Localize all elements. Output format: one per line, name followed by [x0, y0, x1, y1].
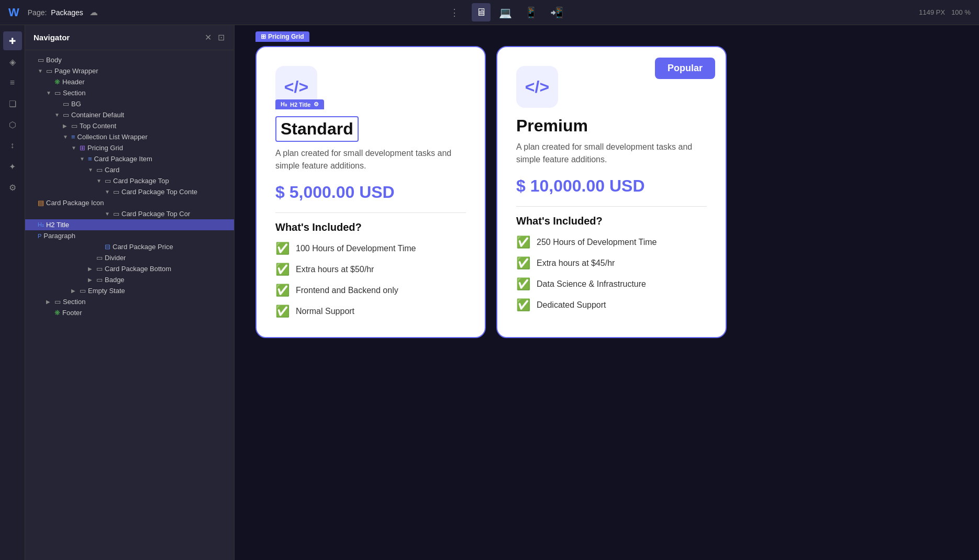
code-icon-standard: </> — [284, 77, 308, 97]
card-price-premium: $ 10,000.00 USD — [516, 176, 707, 196]
popular-badge: Popular — [655, 58, 715, 79]
check-icon: ✅ — [516, 277, 530, 291]
w-logo: W — [8, 6, 19, 19]
tree-label-badge: Badge — [105, 276, 125, 284]
tree-item-body[interactable]: ▭Body — [25, 54, 234, 65]
navigator-title: Navigator — [34, 33, 70, 42]
desktop-device-btn[interactable]: 🖥 — [472, 3, 491, 21]
tree-item-top-content[interactable]: ▭Top Content — [25, 120, 234, 131]
tree-item-h2-title[interactable]: H₂H2 Title — [25, 219, 234, 230]
top-bar-right: 1149 PX 100 % — [910, 8, 979, 16]
navigator-panel: Navigator ✕ ⊡ ▭Body▭Page Wrapper❋Header▭… — [25, 0, 235, 560]
tree-label-pricing-grid: Pricing Grid — [87, 144, 123, 152]
tree-label-card: Card — [105, 166, 119, 174]
tablet-device-btn[interactable]: 📱 — [520, 3, 542, 22]
tree-item-card-package-icon[interactable]: ▤Card Package Icon — [25, 197, 234, 208]
tree-label-empty-state: Empty State — [88, 287, 125, 295]
tree-label-section-2: Section — [63, 298, 85, 306]
cloud-icon: ☁ — [90, 7, 98, 17]
tree-item-card-package-bottom[interactable]: ▭Card Package Bottom — [25, 263, 234, 274]
tree-label-card-package-price: Card Package Price — [113, 243, 173, 251]
check-icon: ✅ — [275, 263, 290, 276]
close-navigator-btn[interactable]: ✕ — [204, 31, 213, 43]
more-options-icon[interactable]: ⋮ — [450, 7, 459, 18]
h2-label: H₂ — [281, 101, 287, 108]
tree-item-card-package-price[interactable]: ⊟Card Package Price — [25, 241, 234, 252]
feature-text: Normal Support — [296, 307, 354, 316]
tree-label-header: Header — [62, 78, 85, 86]
feature-text: 100 Hours of Development Time — [296, 244, 416, 253]
laptop-device-btn[interactable]: 💻 — [495, 3, 516, 22]
assets-btn[interactable]: ↕ — [3, 136, 22, 155]
tree-label-card-package-item: Card Package Item — [94, 155, 152, 163]
tree-item-card-package-item[interactable]: ≡Card Package Item — [25, 153, 234, 164]
check-icon: ✅ — [275, 242, 290, 255]
tree-label-page-wrapper: Page Wrapper — [54, 67, 98, 75]
check-icon: ✅ — [516, 236, 530, 249]
pages-btn[interactable]: ❏ — [3, 94, 22, 113]
tree-item-badge[interactable]: ▭Badge — [25, 274, 234, 285]
check-icon: ✅ — [275, 305, 290, 318]
tree-label-top-content: Top Content — [80, 122, 116, 130]
tree-item-container-default[interactable]: ▭Container Default — [25, 109, 234, 120]
navigator-btn[interactable]: ≡ — [3, 73, 22, 92]
tree-label-card-package-bottom: Card Package Bottom — [105, 265, 171, 273]
cms-btn[interactable]: ⬡ — [3, 115, 22, 134]
zoom-value: 100 % — [951, 8, 971, 16]
feature-text: Data Science & Infrastructure — [537, 279, 646, 289]
pricing-card-standard: </> H₂ H2 Title ⚙ Standard A plan create… — [255, 46, 486, 338]
tree-label-section-1: Section — [63, 89, 85, 97]
tree-item-divider[interactable]: ▭Divider — [25, 252, 234, 263]
tree-item-page-wrapper[interactable]: ▭Page Wrapper — [25, 65, 234, 76]
top-bar-center: ⋮ 🖥 💻 📱 📲 — [106, 3, 910, 22]
tree-item-bg[interactable]: ▭BG — [25, 98, 234, 109]
tree-label-body: Body — [46, 56, 62, 64]
card-title-premium: Premium — [516, 116, 707, 136]
tree-label-collection-list-wrapper: Collection List Wrapper — [77, 133, 148, 141]
check-icon: ✅ — [516, 256, 530, 270]
add-element-btn[interactable]: ✚ — [3, 31, 22, 50]
feature-list-standard: ✅ 100 Hours of Development Time ✅ Extra … — [275, 242, 466, 318]
components-btn[interactable]: ◈ — [3, 52, 22, 71]
tree-item-section-1[interactable]: ▭Section — [25, 87, 234, 98]
tree-label-paragraph: Paragraph — [43, 232, 75, 240]
gear-icon[interactable]: ⚙ — [314, 101, 319, 108]
tree-item-paragraph[interactable]: PParagraph — [25, 230, 234, 241]
mobile-device-btn[interactable]: 📲 — [546, 3, 568, 22]
title-selected-wrap: H₂ H2 Title ⚙ Standard — [275, 116, 359, 147]
tree-item-card-package-top[interactable]: ▭Card Package Top — [25, 175, 234, 186]
card-title-standard: Standard — [275, 116, 359, 142]
tree-label-divider: Divider — [105, 254, 126, 262]
card-description-premium: A plan created for small development tas… — [516, 141, 707, 166]
canvas-area: ⊞ Pricing Grid </> H₂ H2 Title ⚙ Standar… — [235, 0, 979, 560]
pricing-grid-label: ⊞ Pricing Grid — [255, 31, 309, 42]
tree-label-card-package-icon: Card Package Icon — [46, 199, 104, 207]
check-icon: ✅ — [516, 298, 530, 312]
check-icon: ✅ — [275, 284, 290, 297]
tree-item-card[interactable]: ▭Card — [25, 164, 234, 175]
tree-item-section-2[interactable]: ▭Section — [25, 296, 234, 307]
tree-item-footer[interactable]: ❋Footer — [25, 307, 234, 318]
interactions-btn[interactable]: ✦ — [3, 157, 22, 176]
feature-list-premium: ✅ 250 Hours of Development Time ✅ Extra … — [516, 236, 707, 312]
pricing-grid-wrapper: ⊞ Pricing Grid </> H₂ H2 Title ⚙ Standar… — [255, 46, 727, 338]
code-icon-premium: </> — [525, 77, 549, 97]
canvas-scroll: ⊞ Pricing Grid </> H₂ H2 Title ⚙ Standar… — [245, 36, 737, 349]
tree-label-footer: Footer — [62, 309, 82, 317]
settings-btn[interactable]: ⚙ — [3, 178, 22, 197]
tree-item-card-package-top-cor[interactable]: ▭Card Package Top Cor — [25, 208, 234, 219]
tree-item-card-package-top-conte[interactable]: ▭Card Package Top Conte — [25, 186, 234, 197]
card-icon-wrap-premium: </> — [516, 66, 558, 108]
tree-item-empty-state[interactable]: ▭Empty State — [25, 285, 234, 296]
feature-item: ✅ Extra hours at $50/hr — [275, 263, 466, 276]
tree-item-pricing-grid[interactable]: ⊞Pricing Grid — [25, 142, 234, 153]
tree-item-header[interactable]: ❋Header — [25, 76, 234, 87]
tree-label-bg: BG — [71, 100, 81, 108]
pricing-card-premium: Popular </> Premium A plan created for s… — [496, 46, 727, 338]
title-toolbar: H₂ H2 Title ⚙ — [275, 99, 324, 109]
page-label: Page: — [28, 8, 47, 17]
tree-item-collection-list-wrapper[interactable]: ≡Collection List Wrapper — [25, 131, 234, 142]
tree-label-container-default: Container Default — [71, 111, 124, 119]
expand-navigator-btn[interactable]: ⊡ — [217, 31, 226, 43]
card-divider-standard — [275, 212, 466, 213]
